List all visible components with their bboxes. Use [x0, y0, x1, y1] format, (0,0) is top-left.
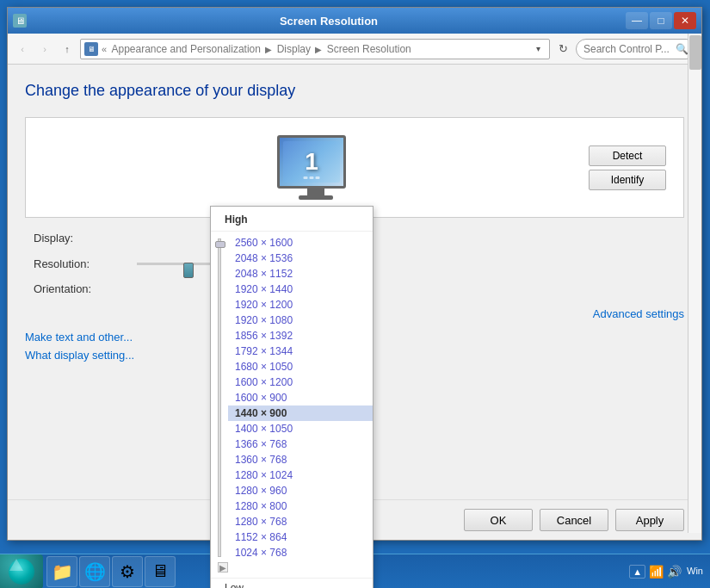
dropdown-high-label: High	[211, 212, 373, 232]
resolution-item[interactable]: 1152 × 864	[228, 529, 373, 545]
identify-button[interactable]: Identify	[589, 170, 666, 190]
up-button[interactable]: ↑	[58, 40, 77, 59]
refresh-button[interactable]: ↻	[553, 40, 572, 59]
monitor-stand	[307, 189, 324, 195]
resolution-item[interactable]: 1280 × 1024	[228, 467, 373, 483]
resolution-item[interactable]: 1400 × 1050	[228, 421, 373, 436]
resolution-item[interactable]: 1920 × 1440	[228, 282, 373, 297]
resolution-item[interactable]: 1280 × 960	[228, 483, 373, 498]
back-button[interactable]: ‹	[13, 40, 32, 59]
search-icon[interactable]: 🔍	[676, 43, 688, 55]
resolution-label: Resolution:	[34, 257, 137, 270]
resolution-item[interactable]: 1600 × 900	[228, 390, 373, 405]
scrollbar[interactable]	[688, 34, 701, 533]
monitor-number: 1	[305, 148, 318, 176]
resolution-item[interactable]: 1366 × 768	[228, 436, 373, 452]
taskbar-app-4[interactable]: 🖥	[145, 556, 176, 587]
resolution-item[interactable]: 2560 × 1600	[228, 235, 373, 251]
slider-thumb[interactable]	[215, 241, 225, 248]
forward-button[interactable]: ›	[35, 40, 54, 59]
screen-resolution-window: 🖥 Screen Resolution — □ ✕ ‹ › ↑ 🖥 « Appe…	[7, 7, 702, 541]
apply-button[interactable]: Apply	[615, 509, 684, 531]
window-controls: — □ ✕	[626, 12, 696, 29]
resolution-item[interactable]: 1680 × 1050	[228, 359, 373, 374]
resolution-dropdown[interactable]: High 2560 × 16002048 × 15362048 × 115219…	[210, 206, 374, 588]
dropdown-low-label: Low	[211, 578, 373, 588]
resolution-slider-thumb[interactable]	[183, 263, 194, 278]
resolution-item[interactable]: 2048 × 1536	[228, 251, 373, 266]
monitor-base	[299, 195, 333, 200]
resolution-item[interactable]: 2048 × 1152	[228, 266, 373, 282]
address-icon: 🖥	[84, 42, 98, 56]
resolution-item[interactable]: 1360 × 768	[228, 452, 373, 467]
close-button[interactable]: ✕	[674, 12, 696, 29]
resolution-item[interactable]: 1440 × 900	[228, 405, 373, 421]
resolution-item[interactable]: 1280 × 768	[228, 514, 373, 529]
slider-bottom: ▶	[211, 560, 373, 574]
navigation-bar: ‹ › ↑ 🖥 « Appearance and Personalization…	[8, 34, 701, 65]
address-text: « Appearance and Personalization ▶ Displ…	[102, 43, 530, 55]
monitor-screen: 1	[277, 135, 346, 189]
slider-track[interactable]	[218, 238, 221, 557]
taskbar-right: ▲ 📶 🔊 Win	[629, 565, 710, 579]
search-box[interactable]: 🔍	[576, 39, 696, 59]
resolution-item[interactable]: 1920 × 1080	[228, 313, 373, 328]
system-tray: ▲ 📶 🔊	[629, 565, 682, 579]
resolution-item[interactable]: 1024 × 768	[228, 545, 373, 560]
scrollbar-thumb[interactable]	[689, 35, 701, 70]
maximize-button[interactable]: □	[650, 12, 672, 29]
tray-network-icon: 📶	[649, 565, 664, 579]
taskbar-clock[interactable]: Win	[687, 565, 703, 578]
resolution-item[interactable]: 1856 × 1392	[228, 328, 373, 344]
display-label: Display:	[34, 232, 137, 244]
taskbar-app-1[interactable]: 📁	[46, 556, 77, 587]
start-button[interactable]	[0, 554, 43, 589]
orientation-label: Orientation:	[34, 282, 137, 295]
detect-button[interactable]: Detect	[589, 145, 666, 166]
ok-button[interactable]: OK	[464, 509, 533, 531]
taskbar-app-3[interactable]: ⚙	[112, 556, 143, 587]
window-title: Screen Resolution	[32, 15, 626, 28]
minimize-button[interactable]: —	[626, 12, 648, 29]
tray-arrow[interactable]: ▲	[629, 565, 645, 579]
advanced-settings-link[interactable]: Advanced settings	[593, 307, 684, 320]
monitor-icon: 1	[277, 135, 355, 200]
address-dropdown-button[interactable]: ▾	[530, 40, 546, 59]
search-input[interactable]	[583, 43, 672, 55]
window-icon: 🖥	[13, 14, 27, 28]
resolution-item[interactable]: 1600 × 1200	[228, 374, 373, 390]
monitor-display-area: 1 Detect	[25, 117, 684, 218]
tray-volume-icon: 🔊	[667, 565, 682, 579]
taskbar-apps: 📁 🌐 ⚙ 🖥	[43, 556, 179, 587]
vertical-slider[interactable]	[211, 235, 228, 560]
resolution-item[interactable]: 1280 × 800	[228, 498, 373, 514]
slider-down-arrow[interactable]: ▶	[218, 562, 228, 573]
monitor-action-buttons: Detect Identify	[589, 145, 666, 190]
taskbar-app-2[interactable]: 🌐	[79, 556, 110, 587]
resolution-item[interactable]: 1792 × 1344	[228, 344, 373, 359]
desktop: 🖥 Screen Resolution — □ ✕ ‹ › ↑ 🖥 « Appe…	[0, 0, 710, 554]
resolution-list: 2560 × 16002048 × 15362048 × 11521920 × …	[228, 235, 373, 560]
address-bar[interactable]: 🖥 « Appearance and Personalization ▶ Dis…	[80, 39, 550, 59]
cancel-button[interactable]: Cancel	[540, 509, 608, 531]
resolution-item[interactable]: 1920 × 1200	[228, 297, 373, 313]
page-title: Change the appearance of your display	[25, 82, 684, 100]
dropdown-slider-section: 2560 × 16002048 × 15362048 × 11521920 × …	[211, 235, 373, 560]
title-bar: 🖥 Screen Resolution — □ ✕	[8, 8, 701, 34]
